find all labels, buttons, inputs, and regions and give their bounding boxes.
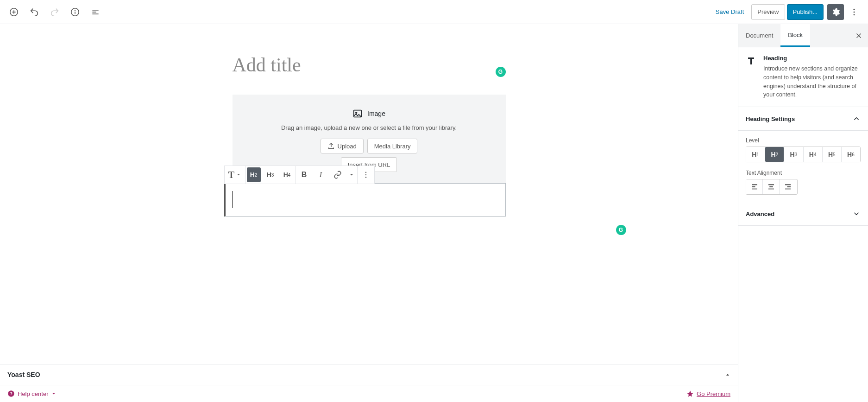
save-draft-button[interactable]: Save Draft [710, 5, 749, 19]
close-icon [855, 32, 863, 40]
chevron-down-icon [349, 172, 354, 178]
toolbar-h4-button[interactable]: H4 [279, 166, 296, 184]
svg-point-5 [75, 10, 75, 10]
level-h1-button[interactable]: H1 [746, 147, 765, 162]
block-toolbar: T H2 H3 H4 B I [224, 166, 375, 184]
info-icon [70, 7, 80, 17]
level-buttons: H1 H2 H3 H4 H5 H6 [746, 147, 861, 162]
block-card-description: Introduce new sections and organize cont… [763, 64, 861, 99]
more-formatting-button[interactable] [346, 166, 357, 184]
svg-point-14 [365, 172, 366, 173]
svg-point-11 [854, 14, 855, 15]
advanced-toggle[interactable]: Advanced [738, 202, 868, 226]
block-card: Heading Introduce new sections and organ… [738, 47, 868, 107]
chevron-up-icon [852, 115, 861, 123]
svg-point-15 [365, 174, 366, 175]
media-library-button[interactable]: Media Library [367, 139, 418, 153]
link-button[interactable] [329, 166, 346, 184]
help-center-label: Help center [18, 390, 48, 397]
alignment-buttons [746, 179, 798, 195]
block-more-options-button[interactable] [358, 166, 374, 184]
level-h2-button[interactable]: H2 [765, 147, 784, 162]
preview-button[interactable]: Preview [751, 4, 785, 20]
top-bar-left [6, 4, 104, 20]
image-block-title: Image [367, 110, 385, 117]
level-h5-button[interactable]: H5 [823, 147, 842, 162]
heading-settings-toggle[interactable]: Heading Settings [738, 107, 868, 131]
yoast-panel-toggle[interactable]: Yoast SEO [0, 364, 738, 385]
more-menu-button[interactable] [846, 4, 862, 20]
yoast-seo-panel: Yoast SEO ? Help center Go Premium [0, 364, 738, 402]
top-bar: Save Draft Preview Publish... [0, 0, 868, 24]
heading-block-input[interactable] [224, 183, 506, 217]
level-label: Level [746, 137, 861, 144]
svg-text:?: ? [10, 391, 13, 396]
publish-button[interactable]: Publish... [787, 4, 824, 20]
grammarly-icon[interactable]: G [616, 225, 626, 235]
outline-button[interactable] [87, 4, 104, 20]
grammarly-icon[interactable]: G [496, 67, 506, 77]
more-vertical-icon [849, 7, 859, 17]
more-vertical-icon [362, 171, 370, 179]
gear-icon [831, 7, 840, 17]
chevron-down-icon [852, 210, 861, 218]
redo-icon [50, 7, 60, 17]
star-icon [686, 390, 694, 397]
go-premium-link[interactable]: Go Premium [697, 390, 730, 397]
undo-button[interactable] [26, 4, 43, 20]
info-button[interactable] [67, 4, 83, 20]
triangle-up-icon [725, 372, 730, 377]
editor-canvas[interactable]: G Image Drag an image, upload a new one … [0, 24, 738, 402]
italic-button[interactable]: I [313, 166, 329, 184]
svg-point-13 [356, 112, 357, 114]
tab-block[interactable]: Block [780, 24, 810, 47]
align-center-icon [767, 183, 775, 191]
block-card-title: Heading [763, 55, 861, 62]
svg-point-9 [854, 8, 855, 10]
top-bar-right: Save Draft Preview Publish... [710, 4, 862, 20]
link-icon [333, 171, 342, 179]
upload-label: Upload [338, 143, 357, 150]
bold-button[interactable]: B [296, 166, 313, 184]
image-block-description: Drag an image, upload a new one or selec… [242, 124, 497, 131]
post-title-input[interactable] [233, 52, 506, 95]
align-right-button[interactable] [780, 179, 796, 194]
upload-icon [327, 142, 335, 150]
settings-sidebar: Document Block Heading Introduce new sec… [738, 24, 868, 402]
toolbar-h2-button[interactable]: H2 [247, 167, 261, 182]
settings-toggle-button[interactable] [827, 4, 844, 20]
sidebar-close-button[interactable] [849, 32, 868, 40]
align-left-icon [750, 183, 759, 191]
yoast-help-center-button[interactable]: ? Help center [7, 390, 57, 397]
heading-settings-body: Level H1 H2 H3 H4 H5 H6 Text Alignment [738, 131, 868, 202]
advanced-title: Advanced [746, 211, 774, 217]
align-left-button[interactable] [746, 179, 763, 194]
align-right-icon [784, 183, 792, 191]
sidebar-tabs: Document Block [738, 24, 868, 47]
help-icon: ? [7, 390, 15, 397]
plus-circle-icon [9, 7, 19, 17]
svg-point-10 [854, 11, 855, 13]
alignment-label: Text Alignment [746, 170, 861, 176]
level-h6-button[interactable]: H6 [842, 147, 860, 162]
image-icon [352, 108, 363, 119]
align-center-button[interactable] [763, 179, 780, 194]
heading-settings-title: Heading Settings [746, 115, 795, 122]
chevron-down-icon [51, 391, 57, 396]
toolbar-h3-button[interactable]: H3 [262, 166, 279, 184]
chevron-down-icon [236, 172, 241, 177]
svg-point-16 [365, 177, 366, 178]
yoast-title: Yoast SEO [7, 371, 40, 378]
upload-button[interactable]: Upload [321, 139, 364, 153]
add-block-button[interactable] [6, 4, 22, 20]
tab-document[interactable]: Document [738, 24, 780, 47]
level-h3-button[interactable]: H3 [784, 147, 803, 162]
redo-button[interactable] [46, 4, 63, 20]
level-h4-button[interactable]: H4 [804, 147, 823, 162]
undo-icon [29, 7, 39, 17]
heading-block-icon [746, 56, 757, 67]
list-icon [91, 7, 100, 17]
change-block-type-button[interactable]: T [225, 166, 245, 184]
